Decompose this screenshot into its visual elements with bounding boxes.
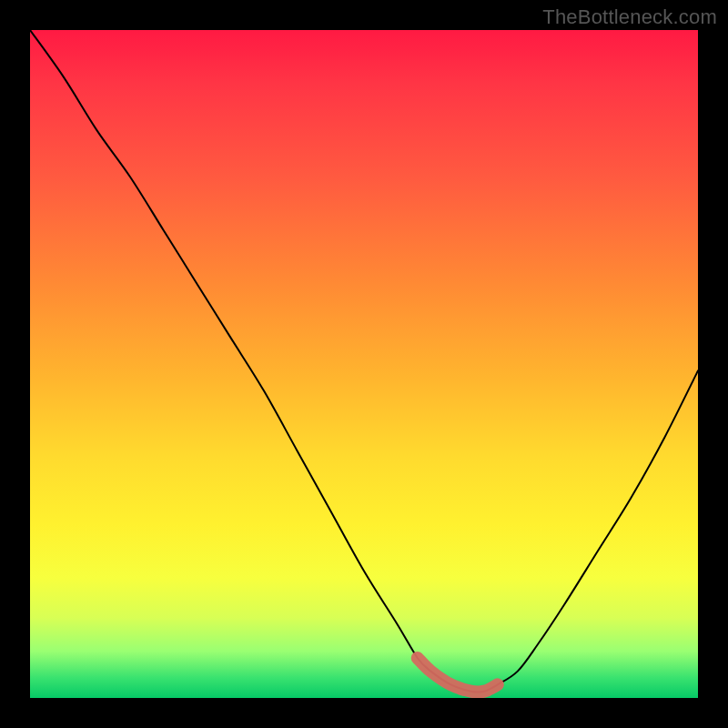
curve-line xyxy=(30,30,698,693)
highlight-segment xyxy=(418,658,498,693)
plot-area xyxy=(30,30,698,698)
chart-frame: TheBottleneck.com xyxy=(0,0,728,728)
bottleneck-curve xyxy=(30,30,698,698)
watermark-text: TheBottleneck.com xyxy=(542,5,717,29)
